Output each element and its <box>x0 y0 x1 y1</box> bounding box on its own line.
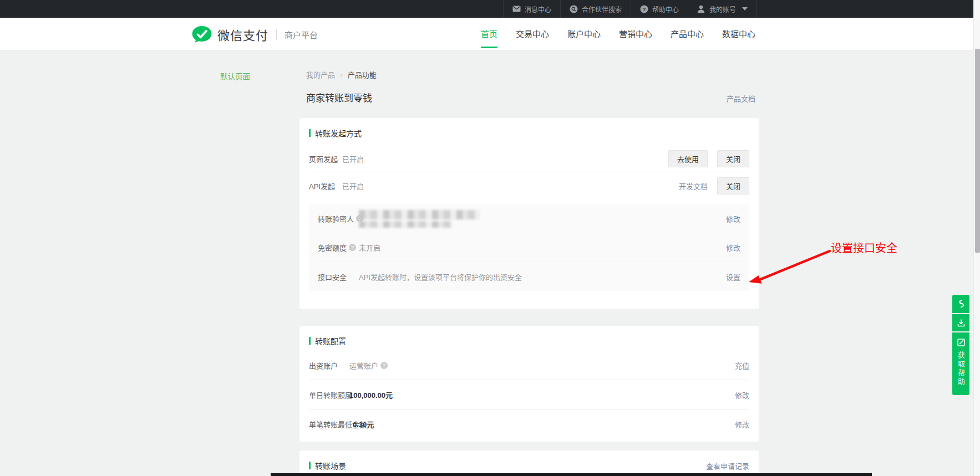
transfer-method-title: 转账发起方式 <box>315 127 362 139</box>
topbar-items: 消息中心 合作伙伴搜索 ? 帮助中心 我的账号 <box>503 0 757 18</box>
partner-search-menu[interactable]: 合作伙伴搜索 <box>560 0 631 18</box>
get-help-label: 获取帮助 <box>957 351 964 387</box>
envelope-icon <box>512 5 521 13</box>
masked-verify-person-value <box>359 210 480 228</box>
recharge-link[interactable]: 充值 <box>735 360 749 371</box>
transfer-method-title-row: 转账发起方式 <box>309 118 749 139</box>
question-icon: ? <box>640 5 648 13</box>
close-api-initiate-button[interactable]: 关闭 <box>717 177 749 195</box>
search-icon <box>570 5 578 13</box>
scrollbar-thumb[interactable] <box>975 49 980 253</box>
transfer-config-card: 转账配置 出资账户 运营账户 充值 单日转账额度 100,000.00元 修改 … <box>299 326 759 442</box>
feedback-edit-icon <box>957 338 966 347</box>
my-account-menu[interactable]: 我的账号 <box>688 0 757 18</box>
customer-service-button[interactable] <box>952 295 969 313</box>
breadcrumb-my-products[interactable]: 我的产品 <box>306 69 335 80</box>
header: 微信支付 商户平台 首页 交易中心 账户中心 营销中心 产品中心 数据中心 <box>0 18 980 51</box>
no-password-quota-label: 免密额度 <box>318 242 351 253</box>
section-accent-bar <box>309 337 311 345</box>
wechat-pay-logo-icon <box>191 25 212 43</box>
info-icon[interactable] <box>380 362 388 369</box>
svg-text:?: ? <box>643 6 646 12</box>
breadcrumb: 我的产品 › 产品功能 <box>306 69 377 80</box>
chevron-down-icon <box>742 7 748 11</box>
help-center-label: 帮助中心 <box>652 4 679 14</box>
partner-search-label: 合作伙伴搜索 <box>582 4 622 14</box>
verify-person-label: 转账验密人 <box>318 213 351 224</box>
person-icon <box>697 5 705 13</box>
nav-marketing-center[interactable]: 营销中心 <box>619 18 652 51</box>
go-use-button[interactable]: 去使用 <box>668 150 708 167</box>
dev-doc-link[interactable]: 开发文档 <box>679 181 708 191</box>
my-account-label: 我的账号 <box>709 4 736 14</box>
set-api-security-link[interactable]: 设置 <box>726 272 740 282</box>
nav-product-center[interactable]: 产品中心 <box>671 18 704 51</box>
api-settings-panel: 转账验密人 修改 免密额度 未开启 修改 <box>309 204 749 291</box>
page-initiate-status: 已开启 <box>342 153 364 164</box>
service-hook-icon <box>957 299 965 309</box>
page-title: 商家转账到零钱 <box>306 90 372 104</box>
page-initiate-row: 页面发起 已开启 去使用 关闭 <box>309 146 749 172</box>
page-initiate-label: 页面发起 <box>309 153 342 164</box>
transfer-method-card: 转账发起方式 页面发起 已开启 去使用 关闭 API发起 已开启 开发文档 关闭… <box>299 118 759 309</box>
close-page-initiate-button[interactable]: 关闭 <box>717 150 749 167</box>
funding-account-label: 出资账户 <box>309 360 349 371</box>
annotation-set-api-security: 设置接口安全 <box>831 239 897 255</box>
min-amount-label: 单笔转账最低金额 <box>309 419 349 429</box>
help-center-menu[interactable]: ? 帮助中心 <box>631 0 688 18</box>
daily-limit-row: 单日转账额度 100,000.00元 修改 <box>309 380 749 410</box>
min-amount-value: 0.30元 <box>353 419 374 429</box>
transfer-scene-card: 转账场景 查看申请记录 <box>299 451 759 476</box>
modify-no-password-quota-link[interactable]: 修改 <box>726 242 740 253</box>
section-accent-bar <box>309 129 311 137</box>
api-security-row: 接口安全 API发起转账时，设置该项平台将保护你的出资安全 设置 <box>318 262 740 291</box>
main-nav: 首页 交易中心 账户中心 营销中心 产品中心 数据中心 <box>481 18 755 51</box>
transfer-config-title-row: 转账配置 <box>309 326 749 346</box>
view-application-records-link[interactable]: 查看申请记录 <box>706 460 749 471</box>
funding-account-value: 运营账户 <box>349 360 388 371</box>
api-security-label: 接口安全 <box>318 272 351 282</box>
daily-limit-value: 100,000.00元 <box>349 390 393 400</box>
get-help-button[interactable]: 获取帮助 <box>952 332 969 395</box>
brand[interactable]: 微信支付 商户平台 <box>191 18 318 51</box>
api-initiate-label: API发起 <box>309 181 342 191</box>
product-doc-link[interactable]: 产品文档 <box>727 93 755 104</box>
breadcrumb-current: 产品功能 <box>348 69 377 80</box>
scrollbar[interactable] <box>973 0 980 476</box>
section-accent-bar <box>309 462 311 469</box>
brand-name: 微信支付 <box>217 25 268 43</box>
bottom-cutoff-strip <box>271 473 872 476</box>
nav-data-center[interactable]: 数据中心 <box>722 18 755 51</box>
help-float-widget: 获取帮助 <box>952 295 969 395</box>
modify-min-amount-link[interactable]: 修改 <box>735 419 749 429</box>
min-amount-row: 单笔转账最低金额 0.30元 修改 <box>309 410 749 439</box>
nav-home[interactable]: 首页 <box>481 18 497 51</box>
download-button[interactable] <box>952 314 969 331</box>
nav-trade-center[interactable]: 交易中心 <box>516 18 549 51</box>
modify-verify-person-link[interactable]: 修改 <box>726 213 740 224</box>
breadcrumb-separator: › <box>340 70 343 79</box>
platform-name: 商户平台 <box>285 29 318 40</box>
sidebar-item-default-page[interactable]: 默认页面 <box>220 70 250 81</box>
api-initiate-status: 已开启 <box>342 181 364 191</box>
api-initiate-row: API发起 已开启 开发文档 关闭 <box>309 172 749 199</box>
transfer-scene-title: 转账场景 <box>315 460 346 471</box>
api-security-desc: API发起转账时，设置该项平台将保护你的出资安全 <box>359 272 522 282</box>
funding-account-row: 出资账户 运营账户 充值 <box>309 351 749 380</box>
topbar: 消息中心 合作伙伴搜索 ? 帮助中心 我的账号 <box>0 0 980 18</box>
daily-limit-label: 单日转账额度 <box>309 390 349 400</box>
download-icon <box>957 319 966 327</box>
no-password-quota-status: 未开启 <box>359 242 380 253</box>
nav-account-center[interactable]: 账户中心 <box>567 18 601 51</box>
message-center-menu[interactable]: 消息中心 <box>503 0 560 18</box>
message-center-label: 消息中心 <box>525 4 551 14</box>
modify-daily-limit-link[interactable]: 修改 <box>735 390 749 400</box>
brand-divider <box>276 29 277 40</box>
verify-person-row: 转账验密人 修改 <box>318 204 740 233</box>
no-password-quota-row: 免密额度 未开启 修改 <box>318 233 740 262</box>
transfer-config-title: 转账配置 <box>315 335 346 346</box>
transfer-scene-title-row: 转账场景 查看申请记录 <box>309 451 749 471</box>
info-icon[interactable] <box>349 244 356 251</box>
